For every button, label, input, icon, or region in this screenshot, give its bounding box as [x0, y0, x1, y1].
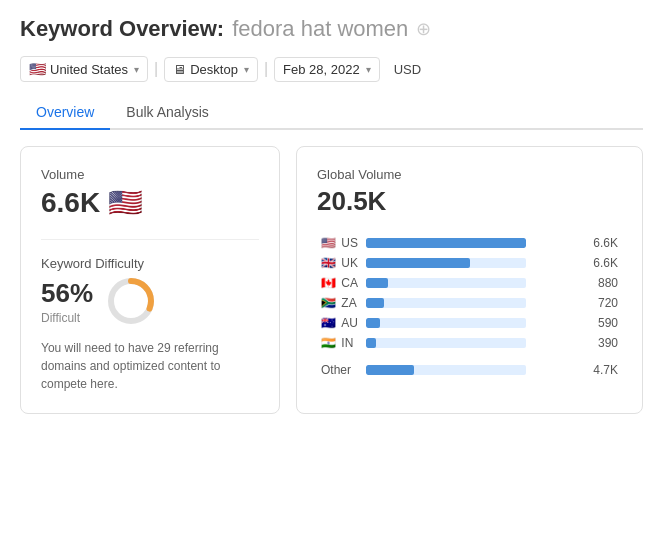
separator-1: | — [154, 60, 158, 78]
other-bar-background — [366, 365, 526, 375]
donut-svg — [105, 275, 157, 327]
volume-card: Volume 6.6K 🇺🇸 Keyword Difficulty 56% Di… — [20, 146, 280, 414]
global-volume-card: Global Volume 20.5K 🇺🇸 US 6.6K 🇬🇧 UK — [296, 146, 643, 414]
country-value: 720 — [530, 293, 622, 313]
country-cell: 🇬🇧 UK — [317, 253, 362, 273]
bar-background — [366, 238, 526, 248]
tabs-bar: Overview Bulk Analysis — [20, 96, 643, 130]
add-keyword-icon[interactable]: ⊕ — [416, 18, 431, 40]
bar-fill — [366, 258, 470, 268]
bar-cell — [362, 253, 530, 273]
table-row: 🇮🇳 IN 390 — [317, 333, 622, 353]
bar-background — [366, 318, 526, 328]
country-code: UK — [341, 256, 358, 270]
separator-2: | — [264, 60, 268, 78]
country-code: IN — [341, 336, 353, 350]
volume-number: 6.6K — [41, 187, 100, 219]
country-cell: 🇮🇳 IN — [317, 333, 362, 353]
other-label: Other — [317, 353, 362, 380]
country-flag-cell: 🇦🇺 — [321, 316, 336, 330]
page-title-keyword: Keyword Overview: — [20, 16, 224, 42]
country-cell: 🇺🇸 US — [317, 233, 362, 253]
country-cell: 🇦🇺 AU — [317, 313, 362, 333]
bar-background — [366, 258, 526, 268]
difficulty-description: You will need to have 29 referring domai… — [41, 339, 259, 393]
table-row: 🇺🇸 US 6.6K — [317, 233, 622, 253]
bar-fill — [366, 338, 376, 348]
bar-cell — [362, 333, 530, 353]
country-flag-cell: 🇮🇳 — [321, 336, 336, 350]
table-row: 🇿🇦 ZA 720 — [317, 293, 622, 313]
cards-row: Volume 6.6K 🇺🇸 Keyword Difficulty 56% Di… — [20, 146, 643, 414]
device-label: Desktop — [190, 62, 238, 77]
country-code: AU — [341, 316, 358, 330]
page-header: Keyword Overview: fedora hat women ⊕ — [20, 16, 643, 42]
volume-value: 6.6K 🇺🇸 — [41, 186, 259, 219]
device-icon: 🖥 — [173, 62, 186, 77]
tab-overview[interactable]: Overview — [20, 96, 110, 130]
global-value: 20.5K — [317, 186, 622, 217]
difficulty-text: Difficult — [41, 311, 93, 325]
country-filter[interactable]: 🇺🇸 United States ▾ — [20, 56, 148, 82]
tab-bulk-analysis[interactable]: Bulk Analysis — [110, 96, 224, 130]
difficulty-value: 56% — [41, 278, 93, 309]
table-row: 🇬🇧 UK 6.6K — [317, 253, 622, 273]
bar-fill — [366, 238, 526, 248]
difficulty-row: 56% Difficult — [41, 275, 259, 327]
country-flag-cell: 🇺🇸 — [321, 236, 336, 250]
difficulty-label: Keyword Difficulty — [41, 256, 259, 271]
other-value: 4.7K — [530, 353, 622, 380]
filters-bar: 🇺🇸 United States ▾ | 🖥 Desktop ▾ | Feb 2… — [20, 56, 643, 82]
chevron-down-icon-2: ▾ — [244, 64, 249, 75]
bar-cell — [362, 293, 530, 313]
table-row: 🇦🇺 AU 590 — [317, 313, 622, 333]
country-code: CA — [341, 276, 358, 290]
country-bar-table: 🇺🇸 US 6.6K 🇬🇧 UK 6.6K 🇨🇦 — [317, 233, 622, 380]
card-divider — [41, 239, 259, 240]
bar-fill — [366, 318, 380, 328]
country-cell: 🇿🇦 ZA — [317, 293, 362, 313]
country-flag-cell: 🇿🇦 — [321, 296, 336, 310]
volume-label: Volume — [41, 167, 259, 182]
volume-flag: 🇺🇸 — [108, 186, 143, 219]
page-title-query: fedora hat women — [232, 16, 408, 42]
country-label: United States — [50, 62, 128, 77]
bar-fill — [366, 298, 384, 308]
country-value: 6.6K — [530, 253, 622, 273]
country-flag-cell: 🇬🇧 — [321, 256, 336, 270]
country-value: 590 — [530, 313, 622, 333]
country-flag-cell: 🇨🇦 — [321, 276, 336, 290]
global-label: Global Volume — [317, 167, 622, 182]
country-code: ZA — [341, 296, 356, 310]
bar-cell — [362, 313, 530, 333]
bar-background — [366, 338, 526, 348]
difficulty-info: 56% Difficult — [41, 278, 93, 325]
other-bar-cell — [362, 353, 530, 380]
bar-fill — [366, 278, 388, 288]
country-value: 6.6K — [530, 233, 622, 253]
country-code: US — [341, 236, 358, 250]
bar-background — [366, 298, 526, 308]
chevron-down-icon: ▾ — [134, 64, 139, 75]
chevron-down-icon-3: ▾ — [366, 64, 371, 75]
country-value: 880 — [530, 273, 622, 293]
difficulty-donut — [105, 275, 157, 327]
country-cell: 🇨🇦 CA — [317, 273, 362, 293]
date-label: Feb 28, 2022 — [283, 62, 360, 77]
country-value: 390 — [530, 333, 622, 353]
bar-cell — [362, 233, 530, 253]
bar-cell — [362, 273, 530, 293]
other-row: Other 4.7K — [317, 353, 622, 380]
currency-label: USD — [386, 58, 429, 81]
bar-background — [366, 278, 526, 288]
device-filter[interactable]: 🖥 Desktop ▾ — [164, 57, 258, 82]
other-bar-fill — [366, 365, 414, 375]
country-flag: 🇺🇸 — [29, 61, 46, 77]
date-filter[interactable]: Feb 28, 2022 ▾ — [274, 57, 380, 82]
table-row: 🇨🇦 CA 880 — [317, 273, 622, 293]
